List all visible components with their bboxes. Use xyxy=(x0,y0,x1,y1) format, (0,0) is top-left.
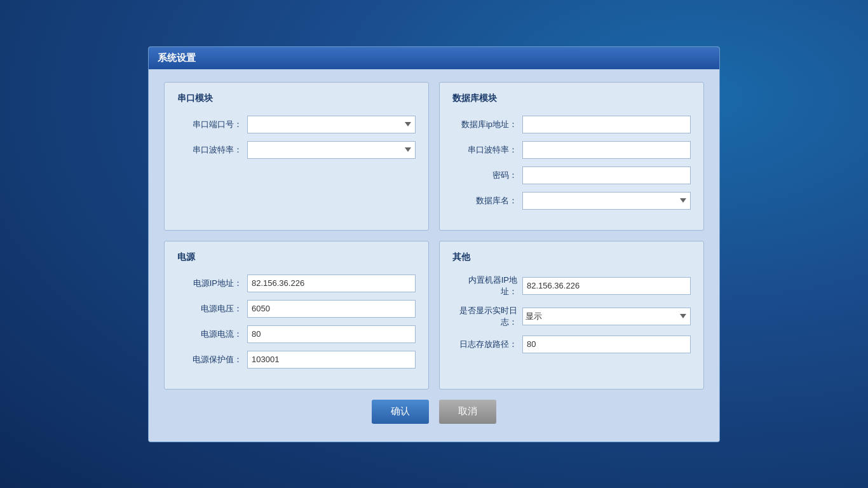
db-ip-label: 数据库ip地址： xyxy=(452,119,522,130)
dialog-title: 系统设置 xyxy=(158,52,196,63)
db-password-label: 密码： xyxy=(452,170,522,181)
db-baud-label: 串口波特率： xyxy=(452,144,522,156)
log-path-input[interactable] xyxy=(522,336,691,353)
power-protection-input[interactable] xyxy=(247,351,416,369)
realtime-log-row: 是否显示实时日志： 显示 隐藏 xyxy=(452,305,691,328)
builtin-ip-label: 内置机器IP地址： xyxy=(452,274,522,297)
builtin-ip-input[interactable] xyxy=(522,277,691,295)
db-baud-input[interactable] xyxy=(522,141,691,159)
power-voltage-row: 电源电压： xyxy=(177,300,416,318)
serial-panel-title: 串口模块 xyxy=(177,93,416,107)
cancel-button[interactable]: 取消 xyxy=(439,400,496,424)
power-ip-input[interactable] xyxy=(247,274,416,292)
buttons-row: 确认 取消 xyxy=(164,400,704,426)
power-voltage-label: 电源电压： xyxy=(177,303,247,315)
power-current-row: 电源电流： xyxy=(177,325,416,343)
serial-baud-row: 串口波特率： xyxy=(177,141,416,159)
power-ip-row: 电源IP地址： xyxy=(177,274,416,292)
db-name-select[interactable] xyxy=(522,192,691,210)
realtime-log-select[interactable]: 显示 隐藏 xyxy=(522,308,691,325)
log-path-label: 日志存放路径： xyxy=(452,339,522,350)
other-panel-title: 其他 xyxy=(452,252,691,266)
bottom-panels-row: 电源 电源IP地址： 电源电压： 电源电流： 电源保护值： xyxy=(164,241,704,390)
serial-port-select[interactable] xyxy=(247,116,416,133)
log-path-row: 日志存放路径： xyxy=(452,336,691,353)
power-ip-label: 电源IP地址： xyxy=(177,278,247,289)
serial-baud-select[interactable] xyxy=(247,141,416,159)
db-baud-row: 串口波特率： xyxy=(452,141,691,159)
serial-port-label: 串口端口号： xyxy=(177,119,247,130)
builtin-ip-row: 内置机器IP地址： xyxy=(452,274,691,297)
database-module-panel: 数据库模块 数据库ip地址： 串口波特率： 密码： 数据库名： xyxy=(439,82,704,231)
dialog-body: 串口模块 串口端口号： 串口波特率： 数据库模块 xyxy=(149,69,719,442)
database-panel-title: 数据库模块 xyxy=(452,93,691,107)
db-name-label: 数据库名： xyxy=(452,195,522,207)
dialog-title-bar: 系统设置 xyxy=(149,47,719,69)
power-protection-label: 电源保护值： xyxy=(177,354,247,365)
confirm-button[interactable]: 确认 xyxy=(372,400,429,424)
db-password-input[interactable] xyxy=(522,166,691,184)
top-panels-row: 串口模块 串口端口号： 串口波特率： 数据库模块 xyxy=(164,82,704,231)
realtime-log-label: 是否显示实时日志： xyxy=(452,305,522,328)
power-panel-title: 电源 xyxy=(177,252,416,266)
serial-module-panel: 串口模块 串口端口号： 串口波特率： xyxy=(164,82,429,231)
other-module-panel: 其他 内置机器IP地址： 是否显示实时日志： 显示 隐藏 日志存放路径： xyxy=(439,241,704,390)
db-ip-input[interactable] xyxy=(522,116,691,133)
power-voltage-input[interactable] xyxy=(247,300,416,318)
db-password-row: 密码： xyxy=(452,166,691,184)
db-name-row: 数据库名： xyxy=(452,192,691,210)
serial-baud-label: 串口波特率： xyxy=(177,144,247,156)
db-ip-row: 数据库ip地址： xyxy=(452,116,691,133)
power-current-label: 电源电流： xyxy=(177,329,247,340)
power-protection-row: 电源保护值： xyxy=(177,351,416,369)
settings-dialog: 系统设置 串口模块 串口端口号： 串口波特率： xyxy=(148,46,720,442)
serial-port-row: 串口端口号： xyxy=(177,116,416,133)
power-current-input[interactable] xyxy=(247,325,416,343)
power-module-panel: 电源 电源IP地址： 电源电压： 电源电流： 电源保护值： xyxy=(164,241,429,390)
